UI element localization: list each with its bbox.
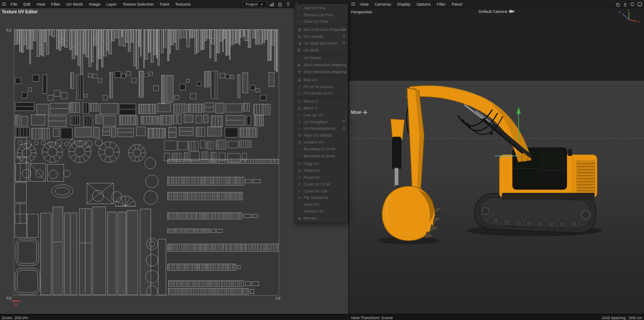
lock-icon[interactable] xyxy=(276,1,283,8)
vp-menu-panel[interactable]: Panel xyxy=(449,0,465,8)
sync-icon[interactable] xyxy=(629,1,636,8)
uv-menu-item-unstitch-uv[interactable]: ⊠Unstitch UV xyxy=(295,139,348,146)
uv-menu-item-add-uv-pins[interactable]: +Add UV Pins xyxy=(295,5,348,12)
viewport-3d-scene[interactable]: Y Z X xyxy=(349,8,644,314)
uv-menu-item-start-interactive-mapping[interactable]: ▶Start Interactive Mapping xyxy=(295,61,348,68)
menu-item-label: UV Unwrap xyxy=(304,34,323,39)
uv-unwrap-icon: ▧ xyxy=(297,35,302,39)
uv-menu-item-max-uv[interactable]: ▣Max UV xyxy=(295,76,348,83)
menu-file[interactable]: File xyxy=(8,0,20,8)
menu-item-label: Max UV xyxy=(304,78,317,82)
uv-menu-item-restore-uv[interactable]: ↑Restore UV xyxy=(295,208,348,215)
uv-menu-item-cycle-uv-ccw[interactable]: ↺Cycle UV CCW xyxy=(295,181,348,188)
uv-menu-item-uv-peeler[interactable]: ◔UV Peeler xyxy=(295,55,348,62)
uv-menu-item-mirror-u[interactable]: ◫Mirror U xyxy=(295,98,348,105)
uv-menu-item-stop-interactive-mapping[interactable]: ■Stop Interactive Mapping xyxy=(295,68,348,75)
project-dropdown[interactable]: Project ▼ xyxy=(243,1,267,7)
menu-layer[interactable]: Layer xyxy=(103,0,120,8)
uv-menu-item-store-uv[interactable]: ↓Store UV xyxy=(295,201,348,208)
uv-menu-item-clear-uv-pins[interactable]: ×Clear UV Pins xyxy=(295,18,348,25)
menu-uv-mesh[interactable]: UV Mesh xyxy=(63,0,86,8)
menu-item-label: Fit UV to Canvas xyxy=(304,85,333,89)
menu-item-label: Store UV xyxy=(304,202,319,207)
uv-weld-and-relax-icon: ◨ xyxy=(297,42,302,46)
uv-menu-item-flip-sequence[interactable]: ⇄Flip Sequence xyxy=(295,195,348,201)
menu-view[interactable]: View xyxy=(33,0,48,8)
menu-image[interactable]: Image xyxy=(86,0,103,8)
uv-menu-item-uv-unwrap[interactable]: ▧UV Unwrap⚙ xyxy=(295,33,348,40)
uv-menu-item-paste-uv[interactable]: ▥Paste UV xyxy=(295,167,348,174)
uv-menu-item-align-uv-islands[interactable]: ⊞Align UV Islands xyxy=(295,132,348,139)
uv-menu-item-uv-straighten[interactable]: ∥UV Straighten⚙ xyxy=(295,119,348,125)
uv-menu-item-boundary-to-quad[interactable]: □Boundary to Quad xyxy=(295,152,348,159)
vp-menu-options[interactable]: Options xyxy=(413,0,434,8)
vp-menu-display[interactable]: Display xyxy=(394,0,413,8)
uv-menu-item-reset-uv[interactable]: ↺Reset UV xyxy=(295,174,348,181)
uv-menu-item-uv-weld[interactable]: ◧UV Weld xyxy=(295,47,348,54)
uv-menu-item-uv-weld-and-relax[interactable]: ◨UV Weld and Relax⚙ xyxy=(295,40,348,47)
menu-texture-selection[interactable]: Texture Selection xyxy=(119,0,157,8)
gear-icon[interactable]: ⚙ xyxy=(342,120,346,124)
uv-menu-item-copy-uv[interactable]: ⊡Copy UV xyxy=(295,161,348,168)
u-axis-indicator: U xyxy=(12,300,31,308)
menu-hamburger-icon[interactable] xyxy=(349,0,357,8)
active-camera-hud[interactable]: Default Camera xyxy=(479,9,515,14)
menu-filter[interactable]: Filter xyxy=(48,0,63,8)
uv-canvas[interactable] xyxy=(14,29,279,296)
uv-menu-item-cycle-uv-cw[interactable]: ↻Cycle UV CW xyxy=(295,188,348,195)
uv-straighten-icon: ∥ xyxy=(297,120,302,124)
chevron-down-icon: ▼ xyxy=(260,3,263,6)
gear-icon[interactable]: ⚙ xyxy=(342,28,346,32)
gear-icon[interactable]: ⚙ xyxy=(342,41,346,45)
uv-menu-item-fit-uv-to-canvas[interactable]: ▢Fit UV to Canvas xyxy=(295,83,348,90)
cycle-uv-ccw-icon: ↺ xyxy=(297,183,302,186)
camera-icon xyxy=(509,9,514,13)
store-uv-icon: ↓ xyxy=(297,203,302,207)
menu-item-label: Set UVW from Projection xyxy=(304,27,346,32)
download-icon[interactable] xyxy=(622,1,629,8)
max-uv-icon: ▣ xyxy=(297,78,302,82)
menu-textures[interactable]: Textures xyxy=(172,0,194,8)
panel-divider[interactable] xyxy=(348,8,349,314)
project-controls: Project ▼ xyxy=(243,1,300,8)
uv-menu-item-remap[interactable]: ◆Remap... xyxy=(295,215,348,222)
flip-sequence-icon: ⇄ xyxy=(297,196,302,200)
uv-menu-item-uv-rectangularize[interactable]: ▭UV Rectangularize⚙ xyxy=(295,125,348,132)
align-uv-islands-icon: ⊞ xyxy=(297,134,302,137)
uv-commands-menu: +Add UV Pins−Remove UV Pins×Clear UV Pin… xyxy=(295,3,348,223)
stop-interactive-mapping-icon: ■ xyxy=(297,70,302,74)
menu-item-label: Remove UV Pins xyxy=(304,13,333,17)
viewport-menubar-icons xyxy=(614,0,643,8)
uv-menu-item-mirror-v[interactable]: ▤Mirror V xyxy=(295,105,348,112)
menu-item-label: Reset UV xyxy=(304,175,320,180)
screen-icon[interactable] xyxy=(636,1,643,8)
menu-edit[interactable]: Edit xyxy=(20,0,33,8)
reset-uv-icon: ↺ xyxy=(297,176,302,180)
menu-item-label: Cycle UV CW xyxy=(304,189,327,193)
menu-separator xyxy=(295,76,348,76)
uv-menu-item-fit-canvas-to-uv[interactable]: ◱Fit Canvas to UV xyxy=(295,90,348,97)
mirror-u-icon: ◫ xyxy=(297,100,302,104)
menu-item-label: Align UV Islands xyxy=(304,133,332,137)
vp-menu-view[interactable]: View xyxy=(357,0,371,8)
uv-menu-item-set-uvw-from-projection[interactable]: ▦Set UVW from Projection⚙ xyxy=(295,26,348,33)
gear-icon[interactable]: ⚙ xyxy=(342,35,346,39)
chart-icon[interactable] xyxy=(268,1,275,8)
grid-spacing-status: Grid Spacing : 500 cm xyxy=(602,315,642,320)
menu-paint[interactable]: Paint xyxy=(157,0,172,8)
uv-menu-item-remove-uv-pins[interactable]: −Remove UV Pins xyxy=(295,12,348,18)
hand-icon[interactable] xyxy=(614,1,621,8)
menu-separator xyxy=(295,97,348,98)
paste-uv-icon: ▥ xyxy=(297,169,302,173)
line-up-uv-icon: ≡ xyxy=(297,113,302,117)
menu-hamburger-icon[interactable] xyxy=(0,0,8,8)
panel-title: Texture UV Editor xyxy=(2,9,38,14)
uv-menu-item-boundary-to-circle[interactable]: ○Boundary to Circle xyxy=(295,146,348,152)
menu-separator xyxy=(295,25,348,26)
vp-menu-cameras[interactable]: Cameras xyxy=(371,0,394,8)
uv-menu-item-line-up-uv[interactable]: ≡Line Up UV xyxy=(295,112,348,119)
vp-menu-filter[interactable]: Filter xyxy=(434,0,449,8)
pin-icon[interactable] xyxy=(285,1,292,8)
gear-icon[interactable]: ⚙ xyxy=(342,127,346,131)
unstitch-uv-icon: ⊠ xyxy=(297,140,302,144)
